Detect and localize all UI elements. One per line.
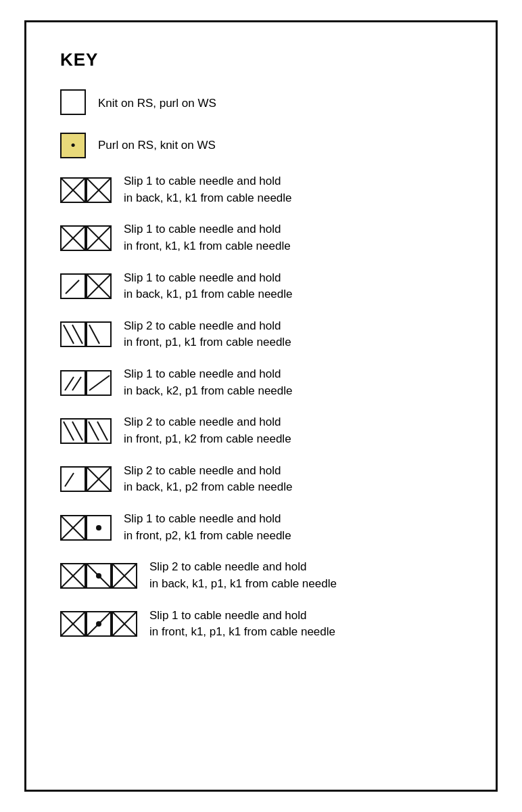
svg-point-42 [96,525,101,531]
key-item: Slip 1 to cable needle and holdin front,… [60,221,462,254]
key-item: Slip 2 to cable needle and holdin front,… [60,318,462,351]
key-label: Slip 2 to cable needle and holdin back, … [149,559,337,592]
symbol-svg_backslash_front [60,321,112,347]
key-label-line1: Slip 1 to cable needle and hold [124,175,281,187]
key-label: Slip 1 to cable needle and holdin back, … [124,173,292,206]
key-label: Knit on RS, purl on WS [98,95,216,112]
key-label-line1: Slip 2 to cable needle and hold [124,415,281,428]
key-label-line2: in back, k2, p1 from cable needle [124,384,292,397]
symbol-svg_slash_back [60,273,112,299]
key-label-line2: in back, k1, p1 from cable needle [124,288,292,300]
svg-rect-22 [61,371,85,395]
key-item: Slip 2 to cable needle and holdin back, … [60,463,462,496]
key-label: Purl on RS, knit on WS [98,137,216,154]
key-card: KEY Knit on RS, purl on WS Purl on RS, k… [24,20,498,792]
key-label-line1: Slip 1 to cable needle and hold [124,271,281,284]
key-label-line2: in front, p1, k1 from cable needle [124,336,291,348]
key-item: Slip 1 to cable needle and holdin back, … [60,270,462,303]
key-label: Slip 1 to cable needle and holdin front,… [124,221,291,254]
key-label: Slip 2 to cable needle and holdin front,… [124,318,291,351]
svg-rect-33 [61,467,85,491]
key-label-line2: in front, p2, k1 from cable needle [124,529,291,542]
symbol-empty-box [60,89,86,118]
key-label: Slip 2 to cable needle and holdin back, … [124,463,292,496]
key-label-line2: in front, k1, p1, k1 from cable needle [149,625,335,638]
key-label-line2: in front, k1, k1 from cable needle [124,240,291,252]
symbol-svg_slash_cross_back [60,466,112,492]
key-label-line2: in back, k1, k1 from cable needle [124,191,292,204]
key-label: Slip 1 to cable needle and holdin back, … [124,366,292,399]
key-label: Slip 1 to cable needle and holdin front,… [124,511,291,544]
key-label-line2: in back, k1, p2 from cable needle [124,480,292,493]
key-label-line1: Slip 2 to cable needle and hold [149,560,307,573]
key-item: Slip 1 to cable needle and holdin front,… [60,608,462,641]
key-label-line2: in front, p1, k2 from cable needle [124,432,291,445]
key-label: Slip 1 to cable needle and holdin back, … [124,270,292,303]
key-label-line1: Slip 1 to cable needle and hold [124,223,281,235]
key-label: Slip 1 to cable needle and holdin front,… [149,608,335,641]
symbol-dot-box [60,133,86,158]
key-label-line1: Slip 2 to cable needle and hold [124,319,281,332]
symbol-svg_backslash_front2 [60,418,112,444]
key-label-line1: Slip 1 to cable needle and hold [149,609,307,622]
key-label-line1: Knit on RS, purl on WS [98,97,216,110]
symbol-svg_slash_back2 [60,370,112,396]
symbol-svg_big_cross_front [60,611,137,637]
key-label: Slip 2 to cable needle and holdin front,… [124,414,291,447]
key-item: Purl on RS, knit on WS [60,133,462,158]
key-item: Slip 1 to cable needle and holdin back, … [60,173,462,206]
key-item: Slip 1 to cable needle and holdin back, … [60,366,462,399]
key-label-line1: Purl on RS, knit on WS [98,139,216,152]
key-item: Knit on RS, purl on WS [60,89,462,118]
key-label-line1: Slip 1 to cable needle and hold [124,367,281,380]
key-item: Slip 2 to cable needle and holdin back, … [60,559,462,592]
symbol-svg_cross_dot_front [60,515,112,541]
symbol-svg_cross_front [60,225,112,251]
key-item: Slip 1 to cable needle and holdin front,… [60,511,462,544]
key-label-line2: in back, k1, p1, k1 from cable needle [149,577,337,590]
key-title: KEY [60,49,462,70]
key-item: Slip 2 to cable needle and holdin front,… [60,414,462,447]
key-label-line1: Slip 1 to cable needle and hold [124,512,281,525]
symbol-svg_big_cross_back [60,563,137,589]
symbol-svg_cross_back [60,177,112,203]
key-label-line1: Slip 2 to cable needle and hold [124,464,281,477]
